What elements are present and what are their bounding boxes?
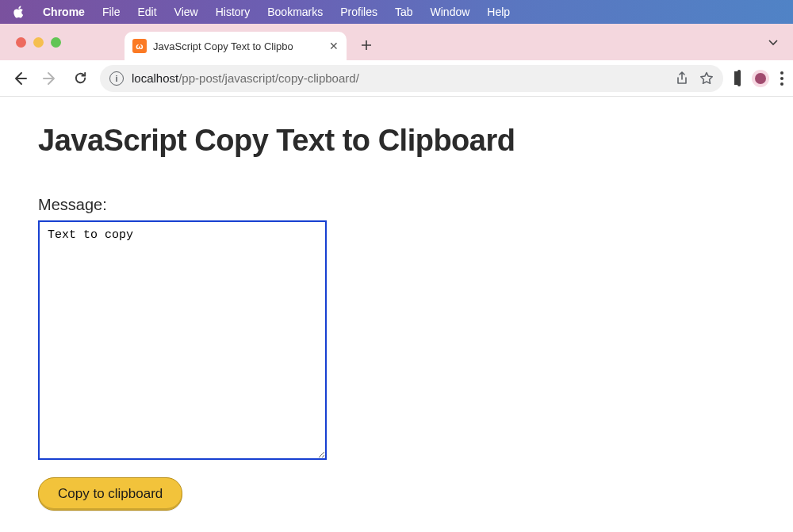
message-label: Message:	[38, 196, 755, 214]
reload-button[interactable]	[70, 68, 90, 89]
page-content: JavaScript Copy Text to Clipboard Messag…	[0, 97, 793, 532]
url-host: localhost	[132, 71, 178, 85]
menu-tab[interactable]: Tab	[395, 6, 413, 18]
tabs-overflow-icon[interactable]	[768, 36, 779, 48]
window-close-button[interactable]	[16, 37, 26, 48]
menu-edit[interactable]: Edit	[137, 6, 156, 18]
browser-tab-active[interactable]: ω JavaScript Copy Text to Clipbo ✕	[125, 32, 347, 60]
browser-toolbar: i localhost/pp-post/javascript/copy-clip…	[0, 60, 793, 97]
menu-file[interactable]: File	[102, 6, 121, 18]
menu-profiles[interactable]: Profiles	[340, 6, 377, 18]
new-tab-button[interactable]	[354, 33, 378, 57]
chrome-menu-icon[interactable]	[780, 71, 783, 86]
browser-tabstrip: ω JavaScript Copy Text to Clipbo ✕	[0, 24, 793, 60]
bookmark-star-icon[interactable]	[699, 71, 714, 86]
macos-menubar: Chrome File Edit View History Bookmarks …	[0, 0, 793, 24]
share-icon[interactable]	[676, 71, 688, 86]
tab-title: JavaScript Copy Text to Clipbo	[153, 40, 323, 52]
menu-history[interactable]: History	[216, 6, 251, 18]
address-bar[interactable]: i localhost/pp-post/javascript/copy-clip…	[100, 65, 723, 92]
menu-window[interactable]: Window	[431, 6, 470, 18]
back-button[interactable]	[10, 68, 30, 89]
apple-menu-icon[interactable]	[13, 6, 25, 18]
site-info-icon[interactable]: i	[109, 71, 124, 86]
toolbar-right-icons	[737, 70, 783, 87]
forward-button[interactable]	[40, 68, 60, 89]
window-zoom-button[interactable]	[51, 37, 61, 48]
menu-bookmarks[interactable]: Bookmarks	[267, 6, 323, 18]
url-path: /pp-post/javascript/copy-clipboard/	[178, 71, 359, 85]
menu-view[interactable]: View	[174, 6, 198, 18]
profile-avatar-icon[interactable]	[752, 70, 769, 87]
side-panel-icon[interactable]	[737, 71, 741, 86]
tab-close-icon[interactable]: ✕	[329, 40, 339, 52]
message-textarea[interactable]: Text to copy	[38, 220, 327, 460]
menubar-app-name[interactable]: Chrome	[43, 6, 85, 18]
window-controls	[16, 24, 61, 60]
page-heading: JavaScript Copy Text to Clipboard	[38, 124, 755, 158]
copy-to-clipboard-button[interactable]: Copy to clipboard	[38, 477, 182, 511]
window-minimize-button[interactable]	[33, 37, 44, 48]
tab-favicon-icon: ω	[132, 39, 147, 53]
url-display: localhost/pp-post/javascript/copy-clipbo…	[132, 71, 359, 85]
menu-help[interactable]: Help	[487, 6, 510, 18]
